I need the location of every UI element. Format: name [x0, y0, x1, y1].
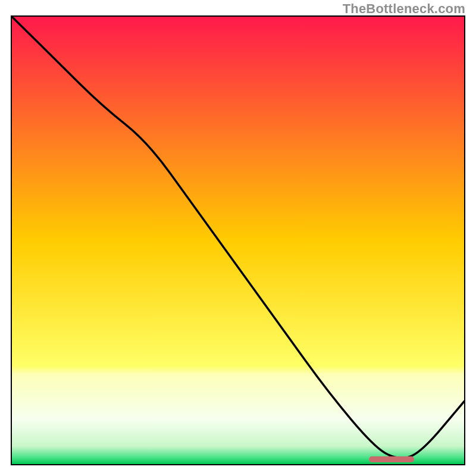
chart-svg: [12, 17, 464, 464]
optimal-marker: [369, 456, 414, 462]
plot-area: [11, 15, 465, 465]
watermark-text: TheBottleneck.com: [343, 1, 465, 17]
bottleneck-chart: TheBottleneck.com: [0, 0, 476, 476]
